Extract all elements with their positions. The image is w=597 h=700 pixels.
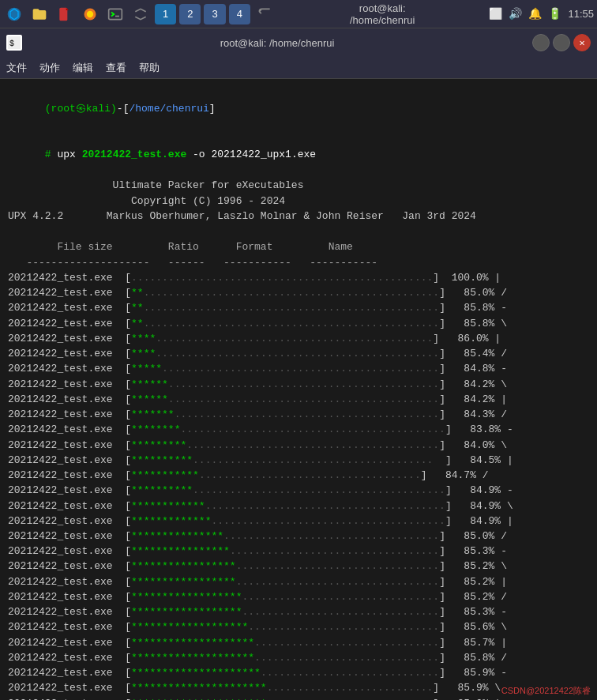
- table-row: 20212422_test.exe [******************...…: [8, 589, 589, 604]
- notification-icon: 🔔: [528, 7, 542, 21]
- table-row: 20212422_test.exe [**...................…: [8, 300, 589, 315]
- svg-point-4: [87, 10, 93, 17]
- cmd-arg: 20212422_test.exe: [82, 149, 187, 160]
- maximize-button[interactable]: [553, 34, 570, 51]
- speaker-icon: 🔊: [509, 7, 522, 21]
- table-row: 20212422_test.exe [**********...........…: [8, 483, 589, 498]
- clock: 11:55: [568, 8, 594, 20]
- terminal-icon: [104, 3, 126, 25]
- close-button[interactable]: ✕: [573, 34, 591, 51]
- folder-icon: [28, 3, 51, 25]
- terminal-window: $ root@kali: /home/chenrui ✕ 文件 动作 编辑 查看…: [0, 28, 597, 700]
- menu-actions[interactable]: 动作: [39, 61, 60, 75]
- workspace-4-button[interactable]: 4: [229, 4, 250, 24]
- terminal-content: (root㉿kali)-[/home/chenrui] # upx 202124…: [0, 79, 597, 700]
- table-row: 20212422_test.exe [**...................…: [8, 316, 589, 331]
- table-row: 20212422_test.exe [.....................…: [8, 270, 589, 285]
- monitor-icon: ⬜: [489, 7, 502, 21]
- upx-header-1: Ultimate Packer for eXecutables: [8, 178, 589, 194]
- menu-help[interactable]: 帮助: [139, 61, 160, 75]
- table-row: 20212422_test.exe [******...............…: [8, 377, 589, 392]
- watermark: CSDN@20212422陈睿: [501, 685, 591, 697]
- workspace-3-button[interactable]: 3: [204, 4, 225, 24]
- table-row: 20212422_test.exe [***************......…: [8, 529, 589, 544]
- kali-icon: [3, 3, 25, 25]
- table-row: 20212422_test.exe [***********..........…: [8, 468, 589, 483]
- prompt-line-1: (root㉿kali)-[/home/chenrui]: [8, 85, 589, 132]
- table-row: 20212422_test.exe [****.................…: [8, 331, 589, 346]
- minimize-button[interactable]: [532, 34, 550, 51]
- table-row: 20212422_test.exe [********************.…: [8, 650, 589, 665]
- upx-blank: [8, 224, 589, 240]
- table-row: 20212422_test.exe [******************...…: [8, 604, 589, 619]
- workspace-2-button[interactable]: 2: [179, 4, 201, 24]
- browser-icon: [79, 3, 101, 25]
- menu-file[interactable]: 文件: [6, 61, 27, 75]
- titlebar-icon: $: [6, 35, 22, 51]
- svg-text:$: $: [9, 40, 14, 48]
- workspace-1-button[interactable]: 1: [155, 4, 176, 24]
- table-row: 20212422_test.exe [*****************....…: [8, 559, 589, 574]
- table-row: 20212422_test.exe [**********...........…: [8, 453, 589, 468]
- titlebar: $ root@kali: /home/chenrui ✕: [0, 28, 597, 57]
- upx-header-2: Copyright (C) 1996 - 2024: [8, 194, 589, 209]
- table-row: 20212422_test.exe [**...................…: [8, 285, 589, 300]
- table-row: 20212422_test.exe [********************.…: [8, 635, 589, 650]
- prompt-user: (root㉿kali): [45, 103, 117, 115]
- table-row: 20212422_test.exe [*********************…: [8, 665, 589, 680]
- col-underline: -------------------- ------ ----------- …: [8, 255, 589, 271]
- prompt-hash: #: [45, 149, 58, 160]
- arrow-icon: [130, 3, 152, 25]
- table-row: 20212422_test.exe [****.................…: [8, 346, 589, 361]
- prompt-line-2: # upx 20212422_test.exe -o 20212422_upx1…: [8, 132, 589, 179]
- table-row: 20212422_test.exe [*************........…: [8, 514, 589, 529]
- table-row: 20212422_test.exe [****************.....…: [8, 544, 589, 559]
- taskbar: 1 2 3 4 root@kali: /home/chenrui ⬜ 🔊 🔔 🔋…: [0, 0, 597, 28]
- table-row: 20212422_test.exe [*****................…: [8, 361, 589, 376]
- table-row: 20212422_test.exe [*****************....…: [8, 574, 589, 589]
- svg-marker-2: [66, 7, 69, 9]
- battery-icon: 🔋: [548, 7, 561, 21]
- table-row: 20212422_test.exe [********.............…: [8, 422, 589, 437]
- table-row: 20212422_test.exe [*********............…: [8, 438, 589, 453]
- taskbar-title: root@kali: /home/chenrui: [349, 2, 416, 26]
- table-row: 20212422_test.exe [******...............…: [8, 392, 589, 407]
- menu-view[interactable]: 查看: [106, 61, 126, 75]
- menubar: 文件 动作 编辑 查看 帮助: [0, 57, 597, 79]
- table-row: 20212422_test.exe [*******..............…: [8, 407, 589, 422]
- upx-header-3: UPX 4.2.2 Markus Oberhumer, Laszlo Molna…: [8, 209, 589, 224]
- col-header: File size Ratio Format Name: [8, 239, 589, 255]
- svg-point-0: [8, 7, 21, 21]
- svg-rect-5: [109, 9, 122, 19]
- data-rows: 20212422_test.exe [.....................…: [8, 270, 589, 700]
- window-title: root@kali: /home/chenrui: [27, 37, 528, 49]
- menu-edit[interactable]: 编辑: [73, 61, 93, 75]
- table-row: 20212422_test.exe [************.........…: [8, 499, 589, 514]
- file-icon: [54, 3, 76, 25]
- table-row: 20212422_test.exe [*******************..…: [8, 619, 589, 634]
- undo-icon: [253, 3, 276, 25]
